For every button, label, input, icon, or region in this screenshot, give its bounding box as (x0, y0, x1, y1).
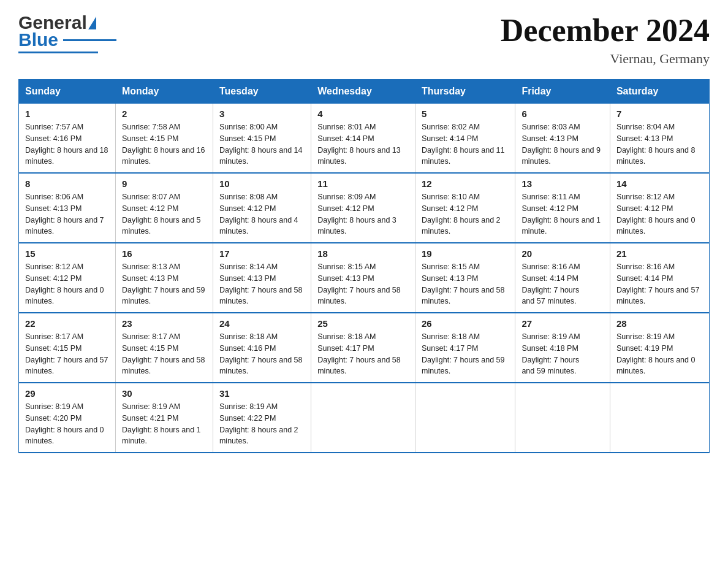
day-number: 12 (422, 178, 509, 189)
day-number: 8 (25, 178, 109, 189)
day-info: Sunrise: 8:19 AM Sunset: 4:18 PM Dayligh… (521, 331, 603, 377)
day-number: 7 (616, 109, 703, 119)
day-info: Sunrise: 8:11 AM Sunset: 4:12 PM Dayligh… (521, 191, 603, 237)
day-info: Sunrise: 8:15 AM Sunset: 4:13 PM Dayligh… (422, 261, 509, 307)
day-number: 14 (616, 178, 703, 189)
calendar-cell: 31 Sunrise: 8:19 AM Sunset: 4:22 PM Dayl… (213, 383, 311, 453)
day-number: 1 (25, 109, 109, 119)
calendar-cell: 24 Sunrise: 8:18 AM Sunset: 4:16 PM Dayl… (213, 313, 311, 383)
calendar-cell (311, 383, 415, 453)
day-number: 6 (521, 109, 603, 119)
calendar-cell: 2 Sunrise: 7:58 AM Sunset: 4:15 PM Dayli… (115, 104, 213, 174)
logo-underline-bar (18, 52, 98, 53)
day-number: 9 (122, 178, 207, 189)
calendar-cell: 21 Sunrise: 8:16 AM Sunset: 4:14 PM Dayl… (610, 243, 709, 313)
calendar-week-row: 1 Sunrise: 7:57 AM Sunset: 4:16 PM Dayli… (19, 104, 710, 174)
header-tuesday: Tuesday (213, 80, 311, 104)
calendar-cell: 15 Sunrise: 8:12 AM Sunset: 4:12 PM Dayl… (19, 243, 116, 313)
day-number: 17 (219, 248, 305, 259)
day-info: Sunrise: 7:57 AM Sunset: 4:16 PM Dayligh… (25, 121, 109, 167)
day-number: 30 (122, 388, 207, 399)
calendar-cell: 3 Sunrise: 8:00 AM Sunset: 4:15 PM Dayli… (213, 104, 311, 174)
logo-arrow-icon (88, 17, 96, 29)
calendar-title: December 2024 (501, 12, 710, 48)
day-info: Sunrise: 8:19 AM Sunset: 4:22 PM Dayligh… (219, 401, 305, 447)
day-number: 27 (521, 318, 603, 329)
day-number: 26 (422, 318, 509, 329)
calendar-location: Viernau, Germany (501, 51, 710, 67)
calendar-cell (515, 383, 610, 453)
day-number: 16 (122, 248, 207, 259)
day-info: Sunrise: 8:01 AM Sunset: 4:14 PM Dayligh… (317, 121, 409, 167)
calendar-header-row: Sunday Monday Tuesday Wednesday Thursday… (19, 80, 710, 104)
header-friday: Friday (515, 80, 610, 104)
calendar-cell: 6 Sunrise: 8:03 AM Sunset: 4:13 PM Dayli… (515, 104, 610, 174)
calendar-cell: 25 Sunrise: 8:18 AM Sunset: 4:17 PM Dayl… (311, 313, 415, 383)
calendar-cell: 16 Sunrise: 8:13 AM Sunset: 4:13 PM Dayl… (115, 243, 213, 313)
day-info: Sunrise: 8:18 AM Sunset: 4:17 PM Dayligh… (422, 331, 509, 377)
day-info: Sunrise: 8:12 AM Sunset: 4:12 PM Dayligh… (25, 261, 109, 307)
day-number: 28 (616, 318, 703, 329)
calendar-week-row: 8 Sunrise: 8:06 AM Sunset: 4:13 PM Dayli… (19, 173, 710, 243)
day-info: Sunrise: 8:13 AM Sunset: 4:13 PM Dayligh… (122, 261, 207, 307)
calendar-cell: 4 Sunrise: 8:01 AM Sunset: 4:14 PM Dayli… (311, 104, 415, 174)
calendar-cell: 19 Sunrise: 8:15 AM Sunset: 4:13 PM Dayl… (415, 243, 515, 313)
day-number: 4 (317, 109, 409, 119)
logo-text-blue: Blue (18, 29, 58, 50)
calendar-cell: 26 Sunrise: 8:18 AM Sunset: 4:17 PM Dayl… (415, 313, 515, 383)
day-info: Sunrise: 8:19 AM Sunset: 4:19 PM Dayligh… (616, 331, 703, 377)
day-number: 19 (422, 248, 509, 259)
logo: General Blue (18, 12, 116, 61)
day-number: 29 (25, 388, 109, 399)
calendar-cell: 29 Sunrise: 8:19 AM Sunset: 4:20 PM Dayl… (19, 383, 116, 453)
day-info: Sunrise: 8:18 AM Sunset: 4:16 PM Dayligh… (219, 331, 305, 377)
day-number: 13 (521, 178, 603, 189)
calendar-cell: 30 Sunrise: 8:19 AM Sunset: 4:21 PM Dayl… (115, 383, 213, 453)
day-info: Sunrise: 8:17 AM Sunset: 4:15 PM Dayligh… (122, 331, 207, 377)
day-number: 10 (219, 178, 305, 189)
day-info: Sunrise: 8:04 AM Sunset: 4:13 PM Dayligh… (616, 121, 703, 167)
calendar-cell: 27 Sunrise: 8:19 AM Sunset: 4:18 PM Dayl… (515, 313, 610, 383)
calendar-cell: 7 Sunrise: 8:04 AM Sunset: 4:13 PM Dayli… (610, 104, 709, 174)
day-number: 24 (219, 318, 305, 329)
day-info: Sunrise: 8:02 AM Sunset: 4:14 PM Dayligh… (422, 121, 509, 167)
calendar-cell: 5 Sunrise: 8:02 AM Sunset: 4:14 PM Dayli… (415, 104, 515, 174)
day-info: Sunrise: 8:10 AM Sunset: 4:12 PM Dayligh… (422, 191, 509, 237)
calendar-cell: 9 Sunrise: 8:07 AM Sunset: 4:12 PM Dayli… (115, 173, 213, 243)
calendar-cell (415, 383, 515, 453)
day-info: Sunrise: 8:16 AM Sunset: 4:14 PM Dayligh… (521, 261, 603, 307)
day-info: Sunrise: 8:19 AM Sunset: 4:21 PM Dayligh… (122, 401, 207, 447)
calendar-week-row: 29 Sunrise: 8:19 AM Sunset: 4:20 PM Dayl… (19, 383, 710, 453)
calendar-cell: 17 Sunrise: 8:14 AM Sunset: 4:13 PM Dayl… (213, 243, 311, 313)
header-saturday: Saturday (610, 80, 709, 104)
day-info: Sunrise: 8:19 AM Sunset: 4:20 PM Dayligh… (25, 401, 109, 447)
day-number: 2 (122, 109, 207, 119)
header-thursday: Thursday (415, 80, 515, 104)
day-number: 31 (219, 388, 305, 399)
day-info: Sunrise: 8:09 AM Sunset: 4:12 PM Dayligh… (317, 191, 409, 237)
calendar-cell: 8 Sunrise: 8:06 AM Sunset: 4:13 PM Dayli… (19, 173, 116, 243)
day-number: 18 (317, 248, 409, 259)
calendar-cell: 22 Sunrise: 8:17 AM Sunset: 4:15 PM Dayl… (19, 313, 116, 383)
day-info: Sunrise: 8:15 AM Sunset: 4:13 PM Dayligh… (317, 261, 409, 307)
calendar-cell: 18 Sunrise: 8:15 AM Sunset: 4:13 PM Dayl… (311, 243, 415, 313)
day-info: Sunrise: 8:06 AM Sunset: 4:13 PM Dayligh… (25, 191, 109, 237)
day-number: 23 (122, 318, 207, 329)
day-info: Sunrise: 8:17 AM Sunset: 4:15 PM Dayligh… (25, 331, 109, 377)
day-info: Sunrise: 8:00 AM Sunset: 4:15 PM Dayligh… (219, 121, 305, 167)
calendar-cell: 20 Sunrise: 8:16 AM Sunset: 4:14 PM Dayl… (515, 243, 610, 313)
page-header: General Blue December 2024 Viernau, Germ… (18, 12, 710, 67)
day-info: Sunrise: 8:07 AM Sunset: 4:12 PM Dayligh… (122, 191, 207, 237)
day-number: 5 (422, 109, 509, 119)
day-number: 21 (616, 248, 703, 259)
day-number: 22 (25, 318, 109, 329)
day-number: 25 (317, 318, 409, 329)
day-info: Sunrise: 8:18 AM Sunset: 4:17 PM Dayligh… (317, 331, 409, 377)
calendar-cell (610, 383, 709, 453)
day-info: Sunrise: 8:03 AM Sunset: 4:13 PM Dayligh… (521, 121, 603, 167)
header-wednesday: Wednesday (311, 80, 415, 104)
day-number: 11 (317, 178, 409, 189)
day-info: Sunrise: 8:16 AM Sunset: 4:14 PM Dayligh… (616, 261, 703, 307)
day-number: 15 (25, 248, 109, 259)
calendar-cell: 11 Sunrise: 8:09 AM Sunset: 4:12 PM Dayl… (311, 173, 415, 243)
